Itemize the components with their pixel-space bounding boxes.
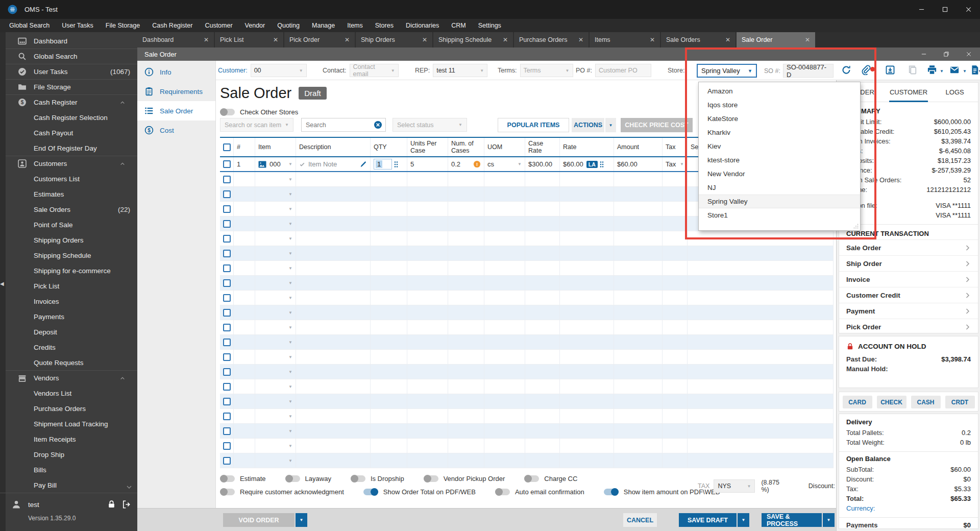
tab-dashboard[interactable]: Dashboard✕ [137,32,215,47]
row-checkbox[interactable] [223,427,231,435]
menu-item-global-search[interactable]: Global Search [3,19,56,32]
cell-select[interactable] [220,202,234,216]
inner-close-icon[interactable] [958,47,980,61]
row-checkbox[interactable] [223,309,231,317]
store-option-katestore[interactable]: KateStore [699,112,860,126]
void-order-button[interactable]: VOID ORDER [223,513,295,527]
panel-tab-logs[interactable]: LOGS [932,83,978,102]
sidebar-item-vendors[interactable]: Vendors [6,370,137,385]
actions-button[interactable]: ACTIONS [572,118,604,132]
doc-nav-info[interactable]: Info [137,62,215,82]
store-option-kiev[interactable]: Kiev [699,139,860,153]
tab-close-icon[interactable]: ✕ [340,36,350,43]
attachment-icon[interactable] [861,65,871,75]
cell-select[interactable] [220,172,234,186]
pay-button-card[interactable]: CARD [843,396,872,408]
toggle-switch[interactable] [351,475,365,482]
drag-handle-icon[interactable] [394,161,398,168]
sidebar-item-quote-requests[interactable]: Quote Requests [6,355,137,370]
print-icon[interactable] [927,65,937,75]
sidebar-item-purchase-orders[interactable]: Purchase Orders [6,401,137,416]
tab-purchase-orders[interactable]: Purchase Orders✕ [514,32,590,47]
section-payment[interactable]: Payment [839,303,978,319]
sidebar-item-shipping-orders[interactable]: Shipping Orders [6,232,137,248]
tab-items[interactable]: Items✕ [590,32,661,47]
tab-pick-list[interactable]: Pick List✕ [215,32,284,47]
void-order-caret[interactable]: ▼ [296,513,307,527]
cell-item[interactable]: ▼ [255,172,296,186]
row-checkbox[interactable] [223,398,231,405]
cancel-button[interactable]: CANCEL [623,513,657,527]
contact-select[interactable]: Contact email ▼ [350,64,399,77]
tab-sale-order[interactable]: Sale Order✕ [737,32,816,47]
cell-item[interactable]: ▼ [255,394,296,408]
sidebar-item-item-receipts[interactable]: Item Receipts [6,431,137,447]
toggle-switch[interactable] [524,475,539,482]
menu-item-items[interactable]: Items [341,19,369,32]
sidebar-item-shipment-load-tracking[interactable]: Shipment Load Tracking [6,416,137,431]
column-header-rate[interactable]: Rate [560,138,614,156]
row-checkbox[interactable] [223,176,231,183]
sidebar-item-end-of-register-day[interactable]: End Of Register Day [6,140,137,156]
sidebar-item-bills[interactable]: Bills [6,462,137,477]
section-customer-credit[interactable]: Customer Credit [839,287,978,303]
sidebar-item-pick-list[interactable]: Pick List [6,278,137,294]
cell-item[interactable]: 000 ▼ [255,157,296,171]
menu-item-stores[interactable]: Stores [369,19,400,32]
cell-item[interactable]: ▼ [255,350,296,364]
sidebar-item-shipping-schedule[interactable]: Shipping Schedule [6,248,137,263]
cell-item[interactable]: ▼ [255,291,296,305]
cell-select[interactable] [220,350,234,364]
rep-select[interactable]: test 11 ▼ [433,64,487,77]
row-checkbox[interactable] [223,339,231,346]
toggle-switch[interactable] [220,475,235,482]
print-menu-caret-icon[interactable]: ▼ [940,69,944,74]
column-header-item[interactable]: Item [255,138,296,156]
check-other-stores-toggle[interactable] [220,109,235,115]
collapse-arrow-icon[interactable]: ◀ [0,281,4,286]
cell-item[interactable]: ▼ [255,261,296,275]
minimize-icon[interactable] [910,0,933,19]
open-balance-label[interactable]: Currency: [846,503,875,513]
cell-item[interactable]: ▼ [255,202,296,216]
row-checkbox[interactable] [223,413,231,420]
row-checkbox[interactable] [223,353,231,361]
cell-select[interactable] [220,305,234,320]
tab-shipping-schedule[interactable]: Shipping Schedule✕ [433,32,514,47]
column-header-units-per-case[interactable]: Units Per Case [407,138,448,156]
section-sale-order[interactable]: Sale Order [839,239,978,255]
sidebar-item-invoices[interactable]: Invoices [6,294,137,309]
row-checkbox[interactable] [223,457,231,465]
sidebar-item-sale-orders[interactable]: Sale Orders(22) [6,202,137,217]
cell-item[interactable]: ▼ [255,424,296,438]
store-option-nj[interactable]: NJ [699,181,860,195]
row-checkbox[interactable] [223,250,231,257]
cell-select[interactable] [220,365,234,379]
column-header-tax[interactable]: Tax [663,138,688,156]
menu-item-crm[interactable]: CRM [445,19,472,32]
cell-select[interactable] [220,320,234,334]
store-option-iqos-store[interactable]: Iqos store [699,98,860,112]
row-checkbox[interactable] [223,279,231,287]
search-input[interactable] [305,121,374,129]
column-header-case-rate[interactable]: Case Rate [525,138,560,156]
row-checkbox[interactable] [223,324,231,331]
logout-icon[interactable] [122,500,131,509]
cell-select[interactable] [220,394,234,408]
cell-select[interactable] [220,261,234,275]
cell-item[interactable]: ▼ [255,379,296,394]
menu-item-manage[interactable]: Manage [306,19,341,32]
cell-tax[interactable]: Tax ▼ [663,157,688,171]
cell-item[interactable]: ▼ [255,365,296,379]
drag-handle-icon[interactable] [600,161,604,168]
cell-item[interactable]: ▼ [255,439,296,453]
resize-grip-icon[interactable] [853,224,859,229]
column-header-amount[interactable]: Amount [614,138,663,156]
sidebar-item-global-search[interactable]: Global Search [6,49,137,64]
sidebar-item-point-of-sale[interactable]: Point of Sale [6,217,137,232]
tab-close-icon[interactable]: ✕ [200,36,209,43]
row-checkbox[interactable] [223,160,231,168]
sidebar-item-dashboard[interactable]: Dashboard [6,33,137,49]
cell-select[interactable] [220,187,234,201]
tax-select[interactable]: NYS ▼ [714,479,755,493]
